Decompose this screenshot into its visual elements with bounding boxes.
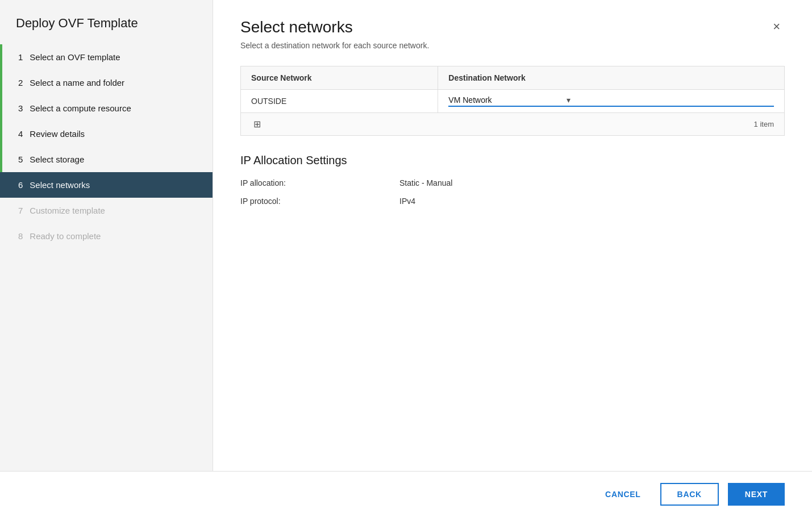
ip-protocol-label: IP protocol: — [240, 197, 399, 206]
dialog-body: Deploy OVF Template 1 Select an OVF temp… — [0, 0, 812, 471]
step-label-5: Select storage — [30, 155, 84, 164]
step-number-3: 3 — [18, 103, 23, 113]
step-number-5: 5 — [18, 155, 23, 164]
source-network-header: Source Network — [241, 66, 438, 90]
sidebar-steps: 1 Select an OVF template 2 Select a name… — [0, 44, 213, 471]
step-label-1: Select an OVF template — [30, 52, 120, 62]
sidebar-step-2: 2 Select a name and folder — [0, 70, 213, 95]
step-label-8: Ready to complete — [30, 231, 101, 241]
network-table: Source Network Destination Network OUTSI… — [240, 66, 785, 113]
deploy-ovf-dialog: Deploy OVF Template 1 Select an OVF temp… — [0, 0, 812, 517]
step-number-4: 4 — [18, 129, 23, 139]
destination-select-wrapper: VM Network ▾ — [448, 95, 774, 107]
main-subtitle: Select a destination network for each so… — [240, 41, 785, 50]
ip-protocol-row: IP protocol: IPv4 — [240, 197, 785, 206]
back-button[interactable]: BACK — [660, 483, 719, 506]
sidebar-step-8: 8 Ready to complete — [0, 223, 213, 249]
ip-allocation-section: IP Allocation Settings IP allocation: St… — [240, 154, 785, 215]
table-row: OUTSIDE VM Network ▾ — [241, 90, 785, 113]
columns-icon[interactable]: ⊞ — [251, 118, 263, 131]
step-number-6: 6 — [18, 180, 23, 190]
close-button[interactable]: × — [768, 18, 785, 35]
item-count: 1 item — [754, 120, 774, 128]
page-title: Select networks — [240, 18, 353, 36]
sidebar-step-4: 4 Review details — [0, 121, 213, 147]
ip-allocation-title: IP Allocation Settings — [240, 154, 785, 167]
ip-allocation-label: IP allocation: — [240, 178, 399, 187]
main-content: Select networks × Select a destination n… — [213, 0, 812, 471]
step-number-8: 8 — [18, 231, 23, 241]
step-label-2: Select a name and folder — [30, 78, 124, 87]
source-network-cell: OUTSIDE — [241, 90, 438, 113]
sidebar-step-6[interactable]: 6 Select networks — [0, 172, 213, 198]
ip-protocol-value: IPv4 — [399, 197, 415, 206]
step-number-7: 7 — [18, 206, 23, 215]
step-label-4: Review details — [30, 129, 85, 139]
destination-network-select[interactable]: VM Network — [448, 95, 562, 105]
dialog-footer: CANCEL BACK NEXT — [0, 471, 812, 517]
step-label-6: Select networks — [30, 180, 90, 190]
main-header: Select networks × — [240, 18, 785, 36]
table-footer: ⊞ 1 item — [240, 113, 785, 136]
sidebar-step-3: 3 Select a compute resource — [0, 95, 213, 121]
sidebar-step-7: 7 Customize template — [0, 198, 213, 223]
sidebar-step-1: 1 Select an OVF template — [0, 44, 213, 70]
chevron-down-icon: ▾ — [567, 95, 571, 105]
next-button[interactable]: NEXT — [728, 483, 785, 506]
destination-network-header: Destination Network — [438, 66, 785, 90]
step-label-3: Select a compute resource — [30, 103, 131, 113]
ip-allocation-value: Static - Manual — [399, 178, 452, 187]
sidebar: Deploy OVF Template 1 Select an OVF temp… — [0, 0, 213, 471]
sidebar-title: Deploy OVF Template — [0, 0, 213, 44]
table-footer-icons: ⊞ — [251, 118, 263, 131]
ip-allocation-row: IP allocation: Static - Manual — [240, 178, 785, 187]
sidebar-step-5: 5 Select storage — [0, 147, 213, 172]
cancel-button[interactable]: CANCEL — [595, 484, 651, 505]
step-number-2: 2 — [18, 78, 23, 87]
step-number-1: 1 — [18, 52, 23, 62]
destination-network-cell: VM Network ▾ — [438, 90, 785, 113]
step-label-7: Customize template — [30, 206, 105, 215]
